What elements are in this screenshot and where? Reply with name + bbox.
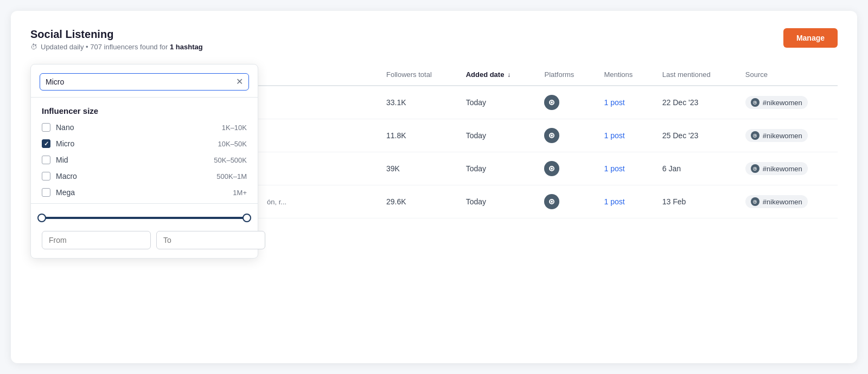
table-row: 11.8K Today 1 post 25 Dec '23 <box>258 119 838 152</box>
table-container: Followers total Added date ↓ Platforms M… <box>258 64 838 218</box>
cell-mentions: 1 post <box>595 86 653 119</box>
col-followers[interactable]: Followers total <box>378 64 457 86</box>
platform-icon-inner <box>549 199 554 204</box>
cell-platform <box>535 185 595 218</box>
option-label-nano: Nano <box>56 123 74 132</box>
table-row: 33.1K Today 1 post 22 Dec '23 <box>258 86 838 119</box>
to-input[interactable] <box>156 231 265 249</box>
option-label-micro: Micro <box>56 139 74 148</box>
platform-icon <box>544 161 559 176</box>
platform-icon-inner <box>549 133 554 138</box>
search-input-container: ✕ <box>40 73 249 91</box>
content-row: ✕ Influencer size Nano 1K–10K <box>30 64 838 259</box>
cell-followers: 11.8K <box>378 119 457 152</box>
cell-source: #nikewomen <box>737 185 838 218</box>
cell-last-mentioned: 25 Dec '23 <box>654 119 737 152</box>
cell-name <box>258 86 378 119</box>
source-badge: #nikewomen <box>745 195 808 208</box>
cell-source: #nikewomen <box>737 152 838 185</box>
checkbox-micro[interactable] <box>42 139 50 148</box>
from-input[interactable] <box>42 231 151 249</box>
cell-name <box>258 119 378 152</box>
col-source[interactable]: Source <box>737 64 838 86</box>
source-badge: #nikewomen <box>745 129 808 142</box>
source-badge-icon <box>751 197 760 206</box>
cell-added-date: Today <box>457 119 536 152</box>
option-label-mid: Mid <box>56 156 68 164</box>
post-link[interactable]: 1 post <box>604 98 624 107</box>
clear-icon[interactable]: ✕ <box>236 78 243 86</box>
search-box-wrapper: ✕ <box>31 65 258 98</box>
checkbox-mid[interactable] <box>42 156 50 164</box>
filter-option-mid[interactable]: Mid 50K–500K <box>42 156 247 164</box>
option-label-macro: Macro <box>56 172 77 180</box>
cell-mentions: 1 post <box>595 185 653 218</box>
platform-icon-inner <box>549 166 554 171</box>
manage-button[interactable]: Manage <box>783 28 838 48</box>
col-mentions[interactable]: Mentions <box>595 64 653 86</box>
filter-option-macro[interactable]: Macro 500K–1M <box>42 172 247 180</box>
cell-platform <box>535 152 595 185</box>
source-label: #nikewomen <box>763 198 802 206</box>
option-range-mid: 50K–500K <box>214 156 247 164</box>
source-badge: #nikewomen <box>745 96 808 109</box>
checkbox-nano[interactable] <box>42 123 50 132</box>
platform-icon-inner <box>549 100 554 105</box>
col-platforms[interactable]: Platforms <box>535 64 595 86</box>
header-row: Social Listening ⏱ Updated daily • 707 i… <box>30 28 838 51</box>
source-label: #nikewomen <box>763 99 802 107</box>
slider-thumb-right[interactable] <box>242 214 251 222</box>
search-input[interactable] <box>46 78 236 86</box>
cell-platform <box>535 86 595 119</box>
cell-followers: 29.6K <box>378 185 457 218</box>
post-link[interactable]: 1 post <box>604 164 624 173</box>
table-wrapper: Followers total Added date ↓ Platforms M… <box>258 64 838 218</box>
source-label: #nikewomen <box>763 165 802 173</box>
cell-added-date: Today <box>457 86 536 119</box>
cell-last-mentioned: 6 Jan <box>654 152 737 185</box>
cell-last-mentioned: 13 Feb <box>654 185 737 218</box>
option-range-macro: 500K–1M <box>216 172 247 180</box>
cell-source: #nikewomen <box>737 86 838 119</box>
cell-followers: 33.1K <box>378 86 457 119</box>
checkbox-macro[interactable] <box>42 172 50 180</box>
platform-icon <box>544 194 559 209</box>
filter-option-micro[interactable]: Micro 10K–50K <box>42 139 247 148</box>
filter-section-title: Influencer size <box>42 106 247 115</box>
cell-last-mentioned: 22 Dec '23 <box>654 86 737 119</box>
influencers-table: Followers total Added date ↓ Platforms M… <box>258 64 838 218</box>
col-name <box>258 64 378 86</box>
option-range-mega: 1M+ <box>233 189 247 197</box>
checkbox-mega[interactable] <box>42 188 50 197</box>
filter-option-mega[interactable]: Mega 1M+ <box>42 188 247 197</box>
filter-section: Influencer size Nano 1K–10K Micro 10K–5 <box>31 98 258 204</box>
source-badge: #nikewomen <box>745 162 808 175</box>
cell-added-date: Today <box>457 152 536 185</box>
cell-platform <box>535 119 595 152</box>
source-badge-icon <box>751 98 760 107</box>
source-label: #nikewomen <box>763 132 802 140</box>
cell-source: #nikewomen <box>737 119 838 152</box>
filter-option-nano[interactable]: Nano 1K–10K <box>42 123 247 132</box>
page-title: Social Listening <box>30 28 203 41</box>
cell-added-date: Today <box>457 185 536 218</box>
sort-arrow-icon: ↓ <box>507 71 510 79</box>
slider-section <box>31 204 258 258</box>
cell-name: ón, r... <box>258 185 378 218</box>
slider-track <box>42 217 247 219</box>
subtitle-text: Updated daily • 707 influencers found fo… <box>41 43 203 51</box>
option-range-micro: 10K–50K <box>218 140 247 148</box>
col-added-date[interactable]: Added date ↓ <box>457 64 536 86</box>
slider-thumb-left[interactable] <box>37 214 46 222</box>
slider-inputs <box>42 231 247 249</box>
cell-name <box>258 152 378 185</box>
cell-mentions: 1 post <box>595 119 653 152</box>
col-last-mentioned[interactable]: Last mentioned <box>654 64 737 86</box>
page-subtitle: ⏱ Updated daily • 707 influencers found … <box>30 43 203 51</box>
platform-icon <box>544 95 559 110</box>
option-label-mega: Mega <box>56 188 75 197</box>
post-link[interactable]: 1 post <box>604 197 624 206</box>
source-badge-icon <box>751 131 760 140</box>
source-badge-icon <box>751 164 760 173</box>
post-link[interactable]: 1 post <box>604 131 624 140</box>
